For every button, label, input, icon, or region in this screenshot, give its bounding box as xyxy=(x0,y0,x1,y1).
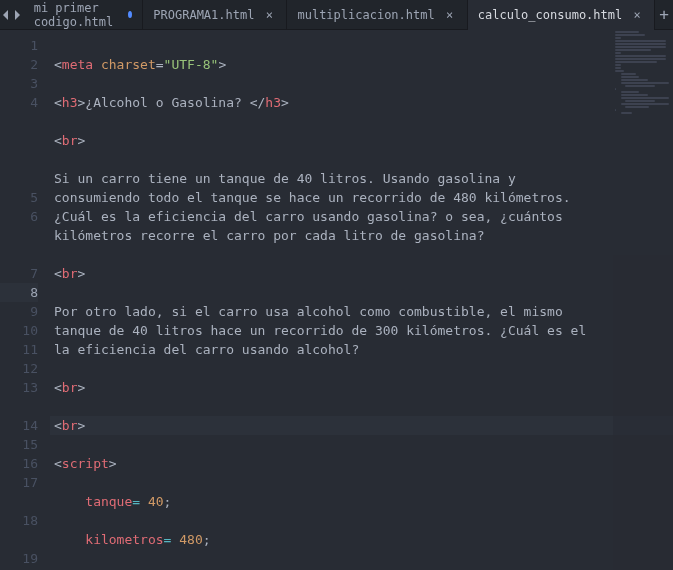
line-number: 13 xyxy=(0,378,38,416)
modified-dot-icon xyxy=(128,11,132,18)
tab-mi-primer-codigo[interactable]: mi primer codigo.html xyxy=(24,0,144,30)
line-number: 16 xyxy=(0,454,38,473)
tab-label: PROGRAMA1.html xyxy=(153,8,254,22)
line-number: 15 xyxy=(0,435,38,454)
close-icon[interactable]: × xyxy=(443,8,457,22)
line-number: 18 xyxy=(0,511,38,549)
tab-multiplicacion[interactable]: multiplicacion.html × xyxy=(287,0,467,30)
line-number: 4 xyxy=(0,93,38,188)
tab-label: multiplicacion.html xyxy=(297,8,434,22)
editor: 1 2 3 4 5 6 7 8 9 10 11 12 13 14 15 16 1… xyxy=(0,30,673,570)
nav-prev-icon[interactable] xyxy=(0,0,12,30)
line-number: 11 xyxy=(0,340,38,359)
tab-calculo-consumo[interactable]: calculo_consumo.html × xyxy=(468,0,656,30)
new-tab-button[interactable]: + xyxy=(655,0,673,30)
line-number: 19 xyxy=(0,549,38,568)
tab-programa1[interactable]: PROGRAMA1.html × xyxy=(143,0,287,30)
line-number: 6 xyxy=(0,207,38,264)
code-area[interactable]: <meta charset="UTF-8"> <h3>¿Alcohol o Ga… xyxy=(50,30,673,570)
line-number: 8 xyxy=(0,283,38,302)
line-number: 5 xyxy=(0,188,38,207)
tab-label: calculo_consumo.html xyxy=(478,8,623,22)
line-number: 1 xyxy=(0,36,38,55)
line-number: 9 xyxy=(0,302,38,321)
line-number: 12 xyxy=(0,359,38,378)
line-number: 17 xyxy=(0,473,38,511)
close-icon[interactable]: × xyxy=(262,8,276,22)
nav-next-icon[interactable] xyxy=(12,0,24,30)
line-number: 3 xyxy=(0,74,38,93)
line-gutter: 1 2 3 4 5 6 7 8 9 10 11 12 13 14 15 16 1… xyxy=(0,30,50,570)
line-number: 10 xyxy=(0,321,38,340)
line-number: 7 xyxy=(0,264,38,283)
tab-bar: mi primer codigo.html PROGRAMA1.html × m… xyxy=(0,0,673,30)
close-icon[interactable]: × xyxy=(630,8,644,22)
line-number: 2 xyxy=(0,55,38,74)
minimap[interactable] xyxy=(613,30,673,570)
line-number: 14 xyxy=(0,416,38,435)
tab-label: mi primer codigo.html xyxy=(34,1,121,29)
